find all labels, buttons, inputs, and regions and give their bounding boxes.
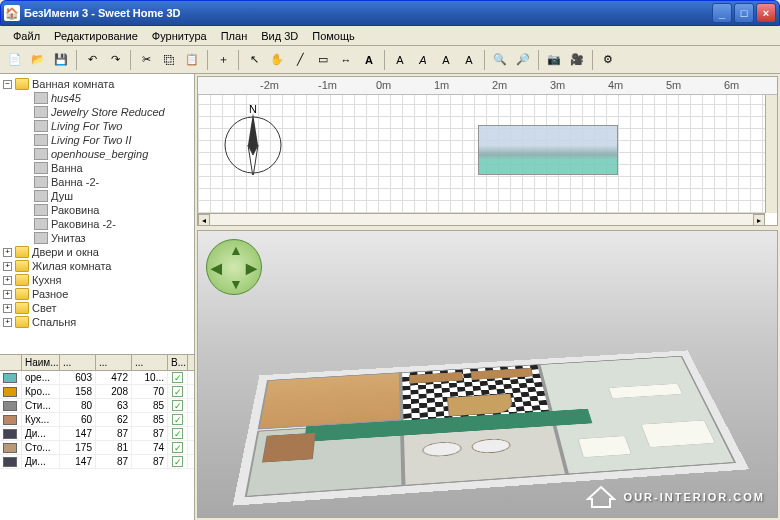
- wall-icon[interactable]: ╱: [289, 49, 311, 71]
- video-icon[interactable]: 🎥: [566, 49, 588, 71]
- col-name[interactable]: Наим...: [22, 355, 60, 370]
- visibility-checkbox[interactable]: ✓: [172, 456, 183, 467]
- object-icon: [34, 218, 48, 230]
- preferences-icon[interactable]: ⚙: [597, 49, 619, 71]
- tree-folder[interactable]: +Спальня: [3, 315, 191, 329]
- expand-icon[interactable]: +: [3, 304, 12, 313]
- expand-icon[interactable]: +: [3, 276, 12, 285]
- visibility-checkbox[interactable]: ✓: [172, 400, 183, 411]
- menu-help[interactable]: Помощь: [305, 28, 362, 44]
- furniture-table[interactable]: Наим... ... ... ... В... оре...60347210.…: [0, 354, 194, 520]
- redo-icon[interactable]: ↷: [104, 49, 126, 71]
- furniture-icon: [3, 415, 17, 425]
- tree-item[interactable]: Раковина -2-: [3, 217, 191, 231]
- expand-icon[interactable]: +: [3, 290, 12, 299]
- undo-icon[interactable]: ↶: [81, 49, 103, 71]
- menu-file[interactable]: Файл: [6, 28, 47, 44]
- left-panel: − Ванная комната hus45Jewelry Store Redu…: [0, 74, 195, 520]
- dimension-icon[interactable]: ↔: [335, 49, 357, 71]
- pan-icon[interactable]: ✋: [266, 49, 288, 71]
- menu-3d-view[interactable]: Вид 3D: [254, 28, 305, 44]
- paste-icon[interactable]: 📋: [181, 49, 203, 71]
- col-2[interactable]: ...: [96, 355, 132, 370]
- navigation-control[interactable]: ▲ ▼ ◀ ▶: [206, 239, 262, 295]
- table-row[interactable]: Кух...606285✓: [0, 413, 194, 427]
- view-3d[interactable]: ▲ ▼ ◀ ▶: [197, 230, 778, 518]
- open-file-icon[interactable]: 📂: [27, 49, 49, 71]
- object-icon: [34, 92, 48, 104]
- add-furniture-icon[interactable]: ＋: [212, 49, 234, 71]
- collapse-icon[interactable]: −: [3, 80, 12, 89]
- minimize-button[interactable]: _: [712, 3, 732, 23]
- text-style1-icon[interactable]: A: [389, 49, 411, 71]
- col-1[interactable]: ...: [60, 355, 96, 370]
- tree-item[interactable]: hus45: [3, 91, 191, 105]
- tree-item[interactable]: Ванна -2-: [3, 175, 191, 189]
- room-icon[interactable]: ▭: [312, 49, 334, 71]
- tree-item[interactable]: Душ: [3, 189, 191, 203]
- text-size-dn-icon[interactable]: A: [458, 49, 480, 71]
- scroll-left-icon[interactable]: ◂: [198, 214, 210, 226]
- table-row[interactable]: Ди...1478787✓: [0, 427, 194, 441]
- maximize-button[interactable]: □: [734, 3, 754, 23]
- save-icon[interactable]: 💾: [50, 49, 72, 71]
- table-row[interactable]: Сти...806385✓: [0, 399, 194, 413]
- watermark-text: OUR-INTERIOR.COM: [624, 491, 765, 503]
- visibility-checkbox[interactable]: ✓: [172, 386, 183, 397]
- tree-item[interactable]: Унитаз: [3, 231, 191, 245]
- plan-model-preview[interactable]: [478, 125, 618, 175]
- cell-val: 74: [132, 441, 168, 454]
- tree-folder[interactable]: +Разное: [3, 287, 191, 301]
- zoom-in-icon[interactable]: 🔍: [489, 49, 511, 71]
- nav-right-icon[interactable]: ▶: [246, 260, 257, 276]
- tree-item[interactable]: Living For Two II: [3, 133, 191, 147]
- catalog-tree[interactable]: − Ванная комната hus45Jewelry Store Redu…: [0, 74, 194, 354]
- table-row[interactable]: оре...60347210...✓: [0, 371, 194, 385]
- menu-furniture[interactable]: Фурнитура: [145, 28, 214, 44]
- text-icon[interactable]: A: [358, 49, 380, 71]
- camera-icon[interactable]: 📷: [543, 49, 565, 71]
- table-row[interactable]: Кро...15820870✓: [0, 385, 194, 399]
- tree-item[interactable]: Living For Two: [3, 119, 191, 133]
- tree-root-bathroom[interactable]: − Ванная комната: [3, 77, 191, 91]
- cut-icon[interactable]: ✂: [135, 49, 157, 71]
- tree-folder[interactable]: +Свет: [3, 301, 191, 315]
- menu-edit[interactable]: Редактирование: [47, 28, 145, 44]
- visibility-checkbox[interactable]: ✓: [172, 414, 183, 425]
- tree-item[interactable]: openhouse_berging: [3, 147, 191, 161]
- col-3[interactable]: ...: [132, 355, 168, 370]
- expand-icon[interactable]: +: [3, 318, 12, 327]
- zoom-out-icon[interactable]: 🔎: [512, 49, 534, 71]
- cell-name: Кух...: [22, 413, 60, 426]
- tree-folder[interactable]: +Двери и окна: [3, 245, 191, 259]
- tree-folder[interactable]: +Жилая комната: [3, 259, 191, 273]
- scroll-right-icon[interactable]: ▸: [753, 214, 765, 226]
- visibility-checkbox[interactable]: ✓: [172, 442, 183, 453]
- menu-plan[interactable]: План: [214, 28, 255, 44]
- table-row[interactable]: Ди...1478787✓: [0, 455, 194, 469]
- visibility-checkbox[interactable]: ✓: [172, 428, 183, 439]
- close-button[interactable]: ×: [756, 3, 776, 23]
- nav-up-icon[interactable]: ▲: [229, 242, 243, 258]
- nav-down-icon[interactable]: ▼: [229, 276, 243, 292]
- table-header[interactable]: Наим... ... ... ... В...: [0, 355, 194, 371]
- col-visible[interactable]: В...: [168, 355, 188, 370]
- expand-icon[interactable]: +: [3, 262, 12, 271]
- select-icon[interactable]: ↖: [243, 49, 265, 71]
- visibility-checkbox[interactable]: ✓: [172, 372, 183, 383]
- tree-item[interactable]: Ванна: [3, 161, 191, 175]
- compass-icon[interactable]: N: [218, 105, 288, 175]
- table-row[interactable]: Сто...1758174✓: [0, 441, 194, 455]
- copy-icon[interactable]: ⿻: [158, 49, 180, 71]
- tree-folder[interactable]: +Кухня: [3, 273, 191, 287]
- scrollbar-horizontal[interactable]: ◂ ▸: [198, 213, 765, 225]
- text-style2-icon[interactable]: A: [412, 49, 434, 71]
- tree-item[interactable]: Jewelry Store Reduced: [3, 105, 191, 119]
- expand-icon[interactable]: +: [3, 248, 12, 257]
- text-size-up-icon[interactable]: A: [435, 49, 457, 71]
- new-file-icon[interactable]: 📄: [4, 49, 26, 71]
- plan-view-2d[interactable]: -2m -1m 0m 1m 2m 3m 4m 5m 6m N ◂ ▸: [197, 76, 778, 226]
- tree-item[interactable]: Раковина: [3, 203, 191, 217]
- nav-left-icon[interactable]: ◀: [211, 260, 222, 276]
- scrollbar-vertical[interactable]: [765, 95, 777, 213]
